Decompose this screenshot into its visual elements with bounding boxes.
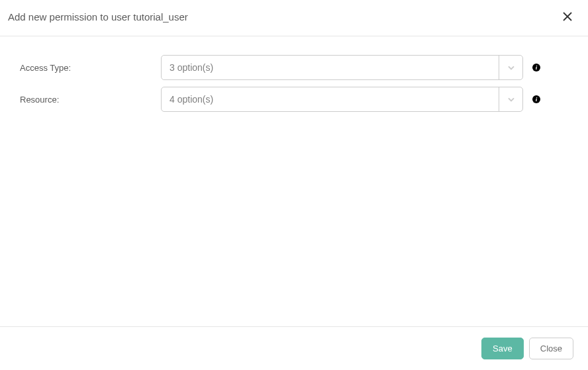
form-row-access-type: Access Type: 3 option(s) i [20, 55, 568, 80]
resource-label: Resource: [20, 95, 161, 105]
chevron-down-icon [506, 94, 516, 105]
resource-placeholder: 4 option(s) [162, 94, 499, 105]
access-type-label: Access Type: [20, 63, 161, 73]
info-icon[interactable]: i [532, 64, 540, 71]
modal-footer: Save Close [0, 326, 588, 370]
access-type-dropdown-indicator [499, 56, 522, 79]
save-button[interactable]: Save [481, 338, 524, 359]
access-type-placeholder: 3 option(s) [162, 62, 499, 73]
modal-title: Add new permission to user tutorial_user [8, 11, 188, 23]
chevron-down-icon [506, 62, 516, 73]
close-icon [563, 12, 572, 21]
close-icon-button[interactable] [560, 9, 575, 24]
access-type-select-wrap: 3 option(s) [161, 55, 523, 80]
form-row-resource: Resource: 4 option(s) i [20, 87, 568, 112]
close-button[interactable]: Close [529, 338, 573, 359]
resource-select[interactable]: 4 option(s) [161, 87, 523, 112]
resource-select-wrap: 4 option(s) [161, 87, 523, 112]
modal-body: Access Type: 3 option(s) i Resource: 4 o… [0, 36, 588, 137]
info-icon[interactable]: i [532, 95, 540, 103]
resource-dropdown-indicator [499, 87, 522, 111]
access-type-select[interactable]: 3 option(s) [161, 55, 523, 80]
modal-header: Add new permission to user tutorial_user [0, 0, 588, 36]
